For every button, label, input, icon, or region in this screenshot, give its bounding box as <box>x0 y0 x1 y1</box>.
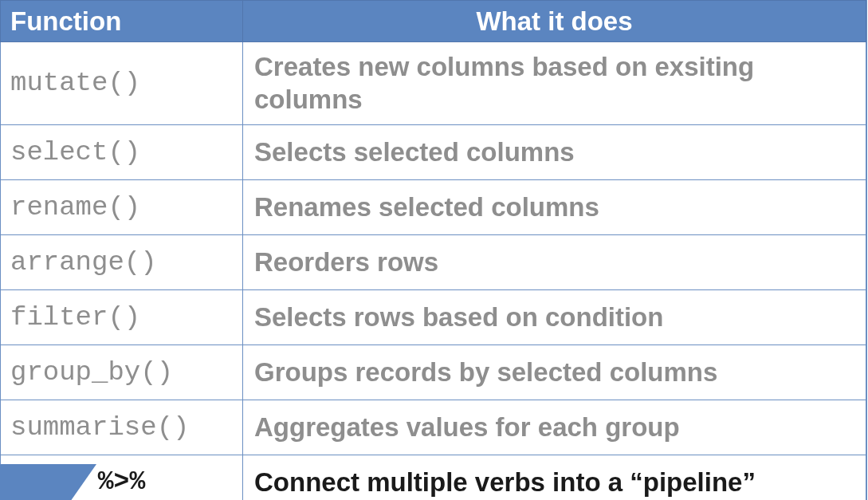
description-cell: Groups records by selected columns <box>243 344 866 400</box>
description-cell: Renames selected columns <box>243 179 866 234</box>
description-cell: Selects selected columns <box>243 124 866 179</box>
function-cell: group_by() <box>1 344 243 400</box>
function-cell: arrange() <box>1 234 243 289</box>
table-row: select() Selects selected columns <box>1 124 866 179</box>
table-row: mutate() Creates new columns based on ex… <box>1 42 866 125</box>
table-row: filter() Selects rows based on condition <box>1 289 866 344</box>
description-cell: Aggregates values for each group <box>243 400 866 455</box>
function-cell: rename() <box>1 179 243 234</box>
table-row: group_by() Groups records by selected co… <box>1 344 866 400</box>
description-cell: Reorders rows <box>243 234 866 289</box>
table-row: rename() Renames selected columns <box>1 179 866 234</box>
description-cell: Connect multiple verbs into a “pipeline” <box>243 455 866 500</box>
function-cell: select() <box>1 124 243 179</box>
table-row: summarise() Aggregates values for each g… <box>1 400 866 455</box>
function-cell: mutate() <box>1 42 243 125</box>
description-cell: Creates new columns based on exsiting co… <box>243 42 866 125</box>
function-cell: filter() <box>1 289 243 344</box>
table-row: arrange() Reorders rows <box>1 234 866 289</box>
table-row-pipe: %>% Connect multiple verbs into a “pipel… <box>1 455 866 500</box>
table-header-row: Function What it does <box>1 1 866 42</box>
header-description: What it does <box>243 1 866 42</box>
header-function: Function <box>1 1 243 42</box>
table-container: Function What it does mutate() Creates n… <box>0 0 867 500</box>
functions-table: Function What it does mutate() Creates n… <box>0 0 866 500</box>
function-cell: summarise() <box>1 400 243 455</box>
description-cell: Selects rows based on condition <box>243 289 866 344</box>
